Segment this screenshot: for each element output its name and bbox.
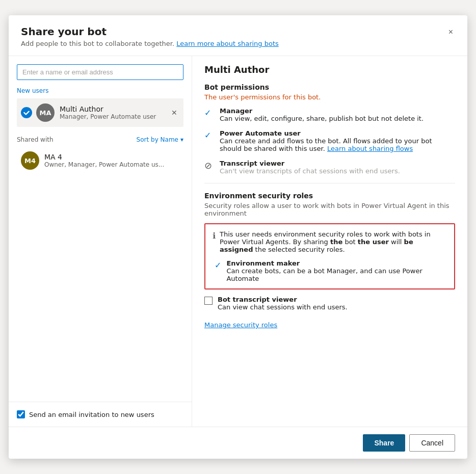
shared-user-avatar: M4 <box>21 151 39 170</box>
header-text: Share your bot Add people to this bot to… <box>21 25 279 47</box>
power-automate-check-icon: ✓ <box>204 130 215 140</box>
transcript-viewer-description: Can view chat sessions with end users. <box>218 303 348 311</box>
permission-manager: ✓ Manager Can view, edit, configure, sha… <box>204 107 455 122</box>
right-panel-user-title: Multi Author <box>204 64 455 75</box>
manager-name: Manager <box>220 107 252 115</box>
permission-transcript: ⊘ Transcript viewer Can't view transcrip… <box>204 160 455 175</box>
bot-permissions-title: Bot permissions <box>204 83 455 91</box>
permission-power-automate: ✓ Power Automate user Can create and add… <box>204 129 455 152</box>
manager-check-icon: ✓ <box>204 108 215 118</box>
transcript-name: Transcript viewer <box>220 160 284 167</box>
cancel-button[interactable]: Cancel <box>409 434 455 452</box>
shared-user-name: MA 4 <box>44 153 179 161</box>
power-automate-name: Power Automate user <box>220 129 301 137</box>
section-divider <box>204 183 455 183</box>
dialog-title: Share your bot <box>21 25 279 38</box>
subtitle-text: Add people to this bot to collaborate to… <box>21 40 176 47</box>
learn-flows-link[interactable]: Learn about sharing flows <box>327 145 413 152</box>
selected-user-info: Multi Author Manager, Power Automate use… <box>60 105 169 120</box>
env-maker-text: Environment maker Can create bots, can b… <box>226 259 447 282</box>
selected-user-name: Multi Author <box>60 105 169 113</box>
env-maker-check-icon: ✓ <box>215 260 221 270</box>
manager-description: Can view, edit, configure, share, publis… <box>220 115 424 122</box>
new-users-label: New users <box>17 87 183 94</box>
share-button[interactable]: Share <box>363 434 405 452</box>
shared-user-role: Owner, Manager, Power Automate us... <box>44 161 179 168</box>
env-maker-description: Can create bots, can be a bot Manager, a… <box>226 267 422 282</box>
shared-user-item: M4 MA 4 Owner, Manager, Power Automate u… <box>17 147 183 174</box>
email-invite-label[interactable]: Send an email invitation to new users <box>29 411 154 418</box>
dialog-body: New users MA Multi Author Manager, Power… <box>9 56 467 427</box>
security-alert-box: ℹ This user needs environment security r… <box>204 223 455 289</box>
check-circle-icon <box>21 107 32 118</box>
shared-user-info: MA 4 Owner, Manager, Power Automate us..… <box>44 153 179 168</box>
close-button[interactable]: × <box>446 25 455 39</box>
transcript-viewer-text: Bot transcript viewer Can view chat sess… <box>218 296 348 311</box>
transcript-description: Can't view transcripts of chat sessions … <box>220 167 400 175</box>
shared-with-label: Shared with <box>17 136 54 143</box>
alert-text: This user needs environment security rol… <box>220 230 447 253</box>
power-automate-text: Power Automate user Can create and add f… <box>220 129 455 152</box>
selected-user-role: Manager, Power Automate user <box>60 113 169 120</box>
bot-permissions-subtitle: The user's permissions for this bot. <box>204 93 455 101</box>
env-maker-item: ✓ Environment maker Can create bots, can… <box>213 259 447 282</box>
dialog-subtitle: Add people to this bot to collaborate to… <box>21 40 279 47</box>
search-input[interactable] <box>17 64 183 80</box>
transcript-no-icon: ⊘ <box>204 160 215 171</box>
dialog-footer: Share Cancel <box>9 427 467 459</box>
env-security-subtitle: Security roles allow a user to work with… <box>204 202 455 217</box>
transcript-viewer-name: Bot transcript viewer <box>218 296 297 303</box>
env-maker-name: Environment maker <box>226 259 300 267</box>
bot-transcript-viewer-item: Bot transcript viewer Can view chat sess… <box>204 296 455 311</box>
selected-user-item[interactable]: MA Multi Author Manager, Power Automate … <box>17 98 183 127</box>
right-panel: Multi Author Bot permissions The user's … <box>192 56 467 427</box>
share-bot-dialog: Share your bot Add people to this bot to… <box>9 15 467 459</box>
email-invite-section: Send an email invitation to new users <box>9 402 192 427</box>
remove-user-button[interactable]: ✕ <box>169 107 179 119</box>
transcript-text: Transcript viewer Can't view transcripts… <box>220 160 400 175</box>
alert-content: ℹ This user needs environment security r… <box>213 230 447 253</box>
sort-by-dropdown[interactable]: Sort by Name ▾ <box>137 136 183 143</box>
shared-with-header: Shared with Sort by Name ▾ <box>17 136 183 143</box>
email-invite-checkbox[interactable] <box>17 410 25 418</box>
chevron-down-icon: ▾ <box>180 136 183 143</box>
learn-more-link[interactable]: Learn more about sharing bots <box>176 40 279 47</box>
dialog-header: Share your bot Add people to this bot to… <box>9 15 467 56</box>
manage-security-roles-link[interactable]: Manage security roles <box>204 321 277 329</box>
env-security-title: Environment security roles <box>204 192 455 200</box>
info-icon: ℹ <box>213 231 216 241</box>
selected-user-avatar: MA <box>36 103 55 122</box>
transcript-viewer-checkbox-icon <box>204 297 213 305</box>
manager-text: Manager Can view, edit, configure, share… <box>220 107 424 122</box>
left-panel: New users MA Multi Author Manager, Power… <box>9 56 192 427</box>
sort-by-label: Sort by Name <box>137 136 178 143</box>
